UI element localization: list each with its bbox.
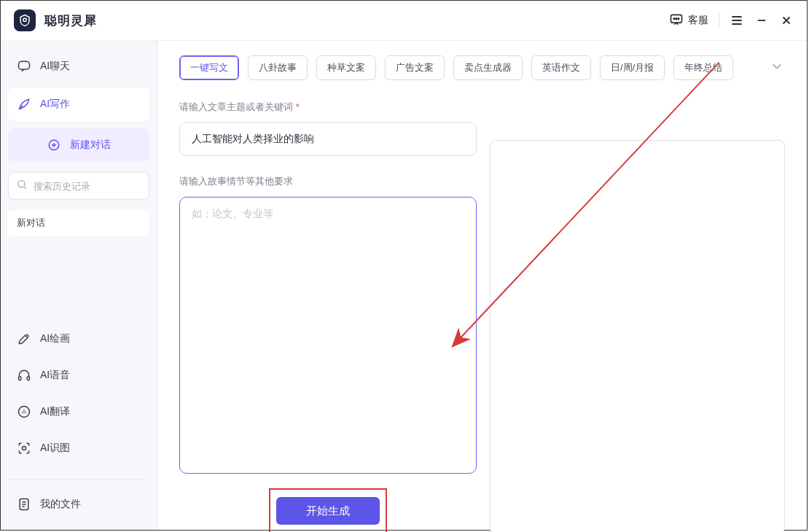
sidebar-item-ai-chat[interactable]: AI聊天 <box>8 50 149 83</box>
main-content: 一键写文八卦故事种草文案广告文案卖点生成器英语作文日/周/月报年终总结 请输入文… <box>157 41 807 530</box>
brush-icon <box>17 332 31 346</box>
sidebar-item-label: AI翻译 <box>40 405 70 418</box>
sidebar-item-ai-voice[interactable]: AI语音 <box>8 359 149 392</box>
sidebar: AI聊天 AI写作 新建对话 新对话 <box>1 41 157 530</box>
template-tab[interactable]: 日/周/月报 <box>600 55 665 80</box>
history-item-label: 新对话 <box>17 216 45 230</box>
svg-point-4 <box>678 17 679 19</box>
sidebar-item-label: AI聊天 <box>40 60 70 73</box>
support-label: 客服 <box>688 14 708 27</box>
sidebar-item-ai-translate[interactable]: A AI翻译 <box>8 395 149 429</box>
sidebar-item-label: AI语音 <box>40 369 70 382</box>
file-icon <box>17 497 31 512</box>
template-tab[interactable]: 卖点生成器 <box>453 55 523 80</box>
svg-point-12 <box>23 447 26 450</box>
topic-input[interactable] <box>192 133 464 145</box>
chat-icon <box>17 59 31 74</box>
topic-label: 请输入文章主题或者关键词 * <box>179 101 477 114</box>
menu-button[interactable] <box>730 13 744 28</box>
title-bar: 聪明灵犀 客服 <box>1 1 807 41</box>
output-panel <box>490 140 785 532</box>
expand-tabs-button[interactable] <box>769 58 785 77</box>
sidebar-item-ai-paint[interactable]: AI绘画 <box>8 322 149 356</box>
customer-support-button[interactable]: 客服 <box>669 12 708 29</box>
svg-text:A: A <box>22 408 27 415</box>
detail-textarea[interactable] <box>179 197 477 474</box>
headphones-icon <box>17 368 31 383</box>
svg-rect-5 <box>19 61 30 69</box>
minimize-button[interactable] <box>754 13 769 28</box>
plus-circle-icon <box>47 138 61 152</box>
history-item[interactable]: 新对话 <box>8 210 149 236</box>
template-tab[interactable]: 种草文案 <box>316 55 376 80</box>
svg-point-7 <box>18 181 25 187</box>
sidebar-item-ai-ocr[interactable]: AI识图 <box>8 431 149 465</box>
new-chat-label: 新建对话 <box>70 138 111 152</box>
sidebar-item-label: 我的文件 <box>40 498 81 511</box>
divider <box>719 13 719 28</box>
scan-icon <box>17 441 31 455</box>
template-tab[interactable]: 年终总结 <box>673 55 733 80</box>
app-title: 聪明灵犀 <box>44 12 97 29</box>
svg-rect-9 <box>27 377 29 380</box>
sidebar-item-label: AI绘画 <box>40 332 70 345</box>
form-column: 请输入文章主题或者关键词 * 请输入故事情节等其他要求 开始生成 <box>179 98 477 532</box>
template-tab[interactable]: 一键写文 <box>179 55 239 80</box>
sidebar-item-label: AI写作 <box>40 98 70 111</box>
svg-point-2 <box>673 17 675 19</box>
new-chat-button[interactable]: 新建对话 <box>8 128 149 162</box>
svg-point-0 <box>23 18 27 22</box>
svg-rect-8 <box>19 377 21 380</box>
generate-button[interactable]: 开始生成 <box>276 497 380 525</box>
sidebar-item-ai-write[interactable]: AI写作 <box>8 87 149 121</box>
detail-label: 请输入故事情节等其他要求 <box>179 175 477 188</box>
template-tab[interactable]: 广告文案 <box>385 55 445 80</box>
template-tab[interactable]: 英语作文 <box>531 55 591 80</box>
history-search-input[interactable] <box>34 181 156 192</box>
sidebar-item-label: AI识图 <box>40 442 70 455</box>
search-icon <box>16 179 28 193</box>
sidebar-item-my-files[interactable]: 我的文件 <box>8 488 149 521</box>
generate-highlight-box: 开始生成 <box>269 488 387 532</box>
close-button[interactable] <box>779 13 794 28</box>
chat-bubble-icon <box>669 12 684 29</box>
quill-icon <box>17 97 31 112</box>
template-tab[interactable]: 八卦故事 <box>248 55 308 80</box>
topic-input-wrapper[interactable] <box>179 122 477 156</box>
template-tabs: 一键写文八卦故事种草文案广告文案卖点生成器英语作文日/周/月报年终总结 <box>179 55 785 80</box>
translate-icon: A <box>17 404 31 419</box>
app-logo-icon <box>14 9 36 31</box>
history-search[interactable] <box>8 172 149 200</box>
svg-point-3 <box>676 17 677 19</box>
